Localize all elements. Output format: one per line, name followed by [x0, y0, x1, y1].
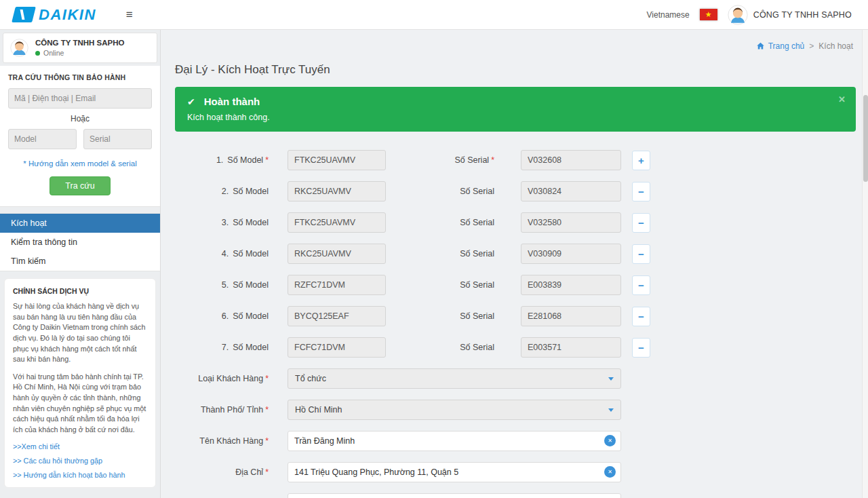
- online-dot-icon: [35, 51, 40, 56]
- serial-label: Số Serial: [386, 311, 494, 321]
- required-asterisk: *: [491, 155, 494, 165]
- warranty-lookup-panel: TRA CỨU THÔNG TIN BẢO HÀNH Hoặc * Hướng …: [0, 66, 160, 207]
- daikin-logo[interactable]: DAIKIN: [14, 6, 96, 24]
- remove-row-button[interactable]: −: [632, 244, 650, 264]
- partial-input[interactable]: [288, 493, 621, 498]
- model-label: 5.Số Model: [175, 280, 269, 290]
- model-input[interactable]: [288, 337, 386, 358]
- city-select[interactable]: Hồ Chí Minh: [288, 400, 621, 420]
- vietnam-flag-icon[interactable]: ★: [700, 9, 717, 20]
- sidebar-item-tim-kiem[interactable]: Tìm kiếm: [0, 252, 160, 271]
- remove-row-button[interactable]: −: [632, 182, 650, 202]
- city-row: Thành Phố/ Tỉnh* Hồ Chí Minh: [175, 400, 868, 420]
- serial-lookup-input[interactable]: [83, 129, 152, 149]
- success-alert: ✔ Hoàn thành Kích hoạt thành công. ✕: [175, 87, 856, 132]
- serial-input[interactable]: [521, 212, 621, 233]
- serial-label: Số Serial: [386, 343, 494, 352]
- close-icon[interactable]: ✕: [838, 94, 846, 104]
- add-row-button[interactable]: +: [632, 151, 650, 170]
- sidebar: CÔNG TY TNHH SAPHO Online TRA CỨU THÔNG …: [0, 30, 161, 498]
- model-input[interactable]: [288, 306, 386, 326]
- minus-icon: −: [638, 311, 644, 322]
- breadcrumb-separator: >: [809, 41, 814, 51]
- daikin-logo-icon: [12, 7, 36, 22]
- customer-type-label: Loại Khách Hàng*: [175, 374, 269, 383]
- model-input[interactable]: [288, 275, 386, 295]
- policy-faq-link[interactable]: >> Các câu hỏi thường gặp: [13, 457, 147, 465]
- alert-title-row: ✔ Hoàn thành: [187, 96, 844, 107]
- online-status-label: Online: [43, 49, 64, 57]
- minus-icon: −: [638, 248, 644, 260]
- scrollbar-thumb[interactable]: [863, 95, 868, 182]
- serial-input[interactable]: [521, 275, 621, 295]
- serial-input[interactable]: [521, 181, 621, 202]
- model-label: 6.Số Model: [175, 311, 269, 321]
- remove-row-button[interactable]: −: [632, 213, 650, 233]
- model-serial-guide-link[interactable]: * Hướng dẫn xem model & serial: [8, 159, 152, 168]
- required-asterisk: *: [265, 155, 269, 165]
- minus-icon: −: [638, 186, 644, 197]
- sidebar-item-kich-hoat[interactable]: Kích hoạt: [0, 214, 160, 233]
- model-lookup-input[interactable]: [8, 129, 77, 149]
- sidebar-item-kiem-tra-thong-tin[interactable]: Kiểm tra thông tin: [0, 233, 160, 252]
- model-input[interactable]: [288, 150, 386, 170]
- model-serial-row: 3.Số Model Số Serial −: [175, 212, 868, 233]
- lookup-search-input[interactable]: [8, 88, 152, 109]
- customer-type-value: Tổ chức: [295, 374, 326, 383]
- vertical-scrollbar[interactable]: [862, 30, 868, 498]
- model-input[interactable]: [288, 244, 386, 264]
- minus-icon: −: [638, 217, 644, 229]
- profile-card: CÔNG TY TNHH SAPHO Online: [3, 33, 157, 63]
- account-name: CÔNG TY TNHH SAPHO: [753, 10, 852, 20]
- policy-activation-guide-link[interactable]: >> Hướng dẫn kích hoạt bảo hành: [13, 471, 147, 479]
- remove-row-button[interactable]: −: [632, 307, 650, 326]
- breadcrumb-home-link[interactable]: Trang chủ: [756, 41, 805, 51]
- address-label: Địa Chỉ*: [175, 467, 269, 477]
- lookup-search-button[interactable]: Tra cứu: [50, 176, 110, 195]
- chevron-down-icon: [608, 408, 614, 412]
- address-row: Địa Chỉ* ✕: [175, 462, 868, 482]
- serial-input[interactable]: [521, 337, 621, 358]
- model-serial-row: 7.Số Model Số Serial −: [175, 337, 868, 358]
- model-input[interactable]: [288, 212, 386, 233]
- header-right: Vietnamese ★ CÔNG TY TNHH SAPHO: [647, 5, 868, 25]
- address-input[interactable]: [288, 462, 621, 482]
- model-label: 2.Số Model: [175, 187, 269, 196]
- model-label: 3.Số Model: [175, 218, 269, 227]
- policy-paragraph: Sự hài lòng của khách hàng về dịch vụ sa…: [13, 301, 147, 365]
- lookup-title: TRA CỨU THÔNG TIN BẢO HÀNH: [8, 73, 152, 81]
- model-serial-row: 4.Số Model Số Serial −: [175, 244, 868, 264]
- breadcrumb: Trang chủ > Kích hoạt: [756, 41, 853, 51]
- model-serial-row: 2.Số Model Số Serial −: [175, 181, 868, 202]
- remove-row-button[interactable]: −: [632, 338, 650, 358]
- language-label[interactable]: Vietnamese: [647, 10, 690, 20]
- home-icon: [756, 42, 765, 50]
- city-label: Thành Phố/ Tỉnh*: [175, 405, 269, 415]
- activation-form: 1.Số Model* Số Serial* + 2.Số Model Số S…: [175, 150, 868, 498]
- clear-icon[interactable]: ✕: [604, 466, 616, 478]
- hamburger-menu-icon[interactable]: ≡: [126, 8, 133, 22]
- service-policy-card: CHÍNH SÁCH DỊCH VỤ Sự hài lòng của khách…: [4, 278, 156, 488]
- remove-row-button[interactable]: −: [632, 275, 650, 295]
- avatar: [10, 39, 28, 57]
- customer-name-input[interactable]: [288, 431, 621, 451]
- profile-name: CÔNG TY TNHH SAPHO: [35, 39, 124, 47]
- policy-detail-link[interactable]: >>Xem chi tiết: [13, 442, 147, 451]
- minus-icon: −: [638, 280, 644, 291]
- chevron-down-icon: [608, 377, 614, 381]
- clear-icon[interactable]: ✕: [604, 435, 616, 446]
- required-asterisk: *: [265, 467, 269, 477]
- serial-input[interactable]: [521, 244, 621, 264]
- serial-input[interactable]: [521, 150, 621, 170]
- required-asterisk: *: [265, 374, 269, 383]
- breadcrumb-current: Kích hoạt: [818, 41, 853, 51]
- serial-label: Số Serial*: [386, 155, 494, 165]
- serial-input[interactable]: [521, 306, 621, 326]
- account-menu[interactable]: CÔNG TY TNHH SAPHO: [728, 5, 852, 25]
- model-input[interactable]: [288, 181, 386, 202]
- model-label: 7.Số Model: [175, 343, 269, 352]
- customer-type-select[interactable]: Tổ chức: [288, 368, 621, 389]
- policy-title: CHÍNH SÁCH DỊCH VỤ: [13, 287, 147, 295]
- daikin-logo-text: DAIKIN: [39, 6, 96, 24]
- model-serial-row: 1.Số Model* Số Serial* +: [175, 150, 868, 170]
